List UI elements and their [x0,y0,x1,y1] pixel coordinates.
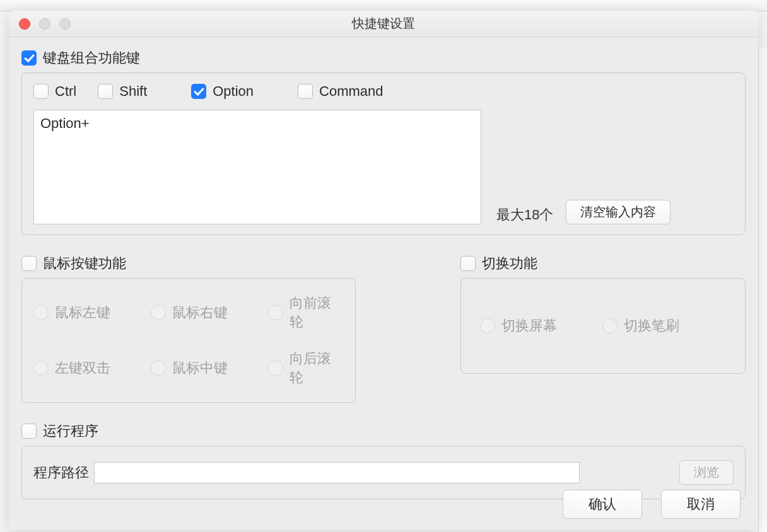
cancel-button[interactable]: 取消 [661,490,741,519]
modifier-shift[interactable]: Shift [98,83,147,100]
mouse-left-label: 鼠标左键 [55,303,110,322]
switch-section-header: 切换功能 [460,254,746,273]
run-section-label: 运行程序 [43,422,98,441]
switch-screen-label: 切换屏幕 [501,316,557,335]
clear-input-button[interactable]: 清空输入内容 [566,200,670,224]
keyboard-enable-checkbox[interactable] [21,50,37,66]
dialog-footer: 确认 取消 [563,490,741,519]
max-count-label: 最大18个 [496,205,553,224]
mouse-scroll-back-option: 向后滚轮 [268,349,344,387]
path-input[interactable] [94,462,580,483]
switch-screen-option: 切换屏幕 [480,316,575,335]
mouse-dbl-left-label: 左键双击 [55,359,110,378]
mouse-dbl-left-radio [33,361,49,376]
keyboard-section-header: 键盘组合功能键 [21,49,746,67]
shortcut-input-row: 最大18个 清空输入内容 [33,110,734,224]
dialog-content: 键盘组合功能键 Ctrl Shift Option Command [9,37,758,513]
option-checkbox[interactable] [191,84,206,99]
switch-screen-radio [480,318,495,333]
switch-panel: 切换屏幕 切换笔刷 [460,278,746,374]
run-section-header: 运行程序 [21,422,746,441]
mouse-section-label: 鼠标按键功能 [43,254,126,273]
option-label: Option [213,83,254,100]
run-enable-checkbox[interactable] [21,424,37,439]
switch-enable-checkbox[interactable] [460,256,476,271]
mouse-enable-checkbox[interactable] [21,256,37,271]
switch-brush-radio [602,318,618,333]
middle-row: 鼠标按键功能 鼠标左键 鼠标右键 [21,254,746,403]
ok-button[interactable]: 确认 [563,490,642,519]
mouse-panel: 鼠标左键 鼠标右键 向前滚轮 [21,278,356,403]
close-icon[interactable] [19,18,30,30]
mouse-middle-label: 鼠标中键 [172,359,228,378]
modifier-row: Ctrl Shift Option Command [33,83,734,100]
minimize-icon[interactable] [39,18,50,30]
mouse-middle-option: 鼠标中键 [151,349,245,387]
switch-brush-option: 切换笔刷 [602,316,679,335]
switch-column: 切换功能 切换屏幕 切换笔刷 [460,254,746,403]
mouse-scroll-fwd-radio [268,305,283,320]
background-toolbar [0,0,767,11]
modifier-ctrl[interactable]: Ctrl [33,83,76,100]
command-label: Command [319,83,383,100]
ctrl-label: Ctrl [55,83,76,100]
mouse-scroll-back-label: 向后滚轮 [290,349,344,387]
mouse-right-option: 鼠标右键 [151,294,245,332]
modifier-command[interactable]: Command [298,83,383,100]
mouse-dbl-left-option: 左键双击 [33,349,128,387]
shortcut-input[interactable] [33,110,481,224]
switch-section-label: 切换功能 [482,254,537,273]
zoom-icon[interactable] [59,18,71,30]
mouse-scroll-fwd-option: 向前滚轮 [268,294,344,332]
path-label: 程序路径 [33,463,89,482]
mouse-column: 鼠标按键功能 鼠标左键 鼠标右键 [21,254,460,403]
mouse-scroll-fwd-label: 向前滚轮 [290,294,344,332]
keyboard-section-label: 键盘组合功能键 [43,49,140,67]
path-row: 程序路径 浏览 [33,460,734,485]
switch-brush-label: 切换笔刷 [624,316,679,335]
mouse-section-header: 鼠标按键功能 [21,254,460,273]
shift-checkbox[interactable] [98,84,113,99]
keyboard-panel: Ctrl Shift Option Command 最大18个 清空输 [21,72,746,235]
mouse-right-radio [151,305,166,320]
mouse-right-label: 鼠标右键 [172,303,228,322]
shortcut-settings-dialog: 快捷键设置 键盘组合功能键 Ctrl Shift Option [9,11,758,530]
browse-button: 浏览 [679,460,734,485]
mouse-radio-grid: 鼠标左键 鼠标右键 向前滚轮 [33,294,344,387]
mouse-scroll-back-radio [268,361,283,376]
window-controls [9,18,71,30]
command-checkbox[interactable] [298,84,313,99]
shift-label: Shift [119,83,147,100]
mouse-left-radio [33,305,49,320]
mouse-middle-radio [151,361,166,376]
titlebar: 快捷键设置 [9,11,758,37]
mouse-left-option: 鼠标左键 [33,294,128,332]
background-right-sliver [758,48,767,532]
ctrl-checkbox[interactable] [33,84,49,99]
window-title: 快捷键设置 [9,15,758,32]
modifier-option[interactable]: Option [191,83,254,100]
